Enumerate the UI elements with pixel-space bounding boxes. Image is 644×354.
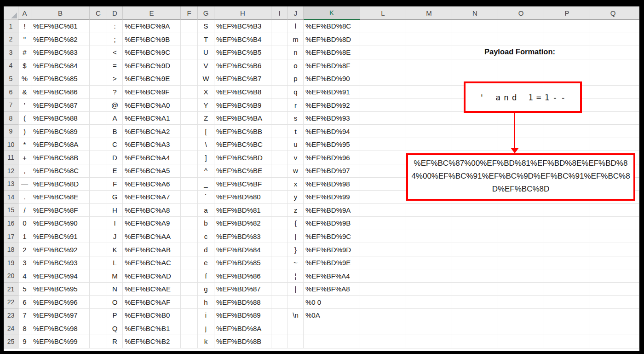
cell-K7[interactable]: %EF%BD%92 (304, 99, 360, 112)
cell-N10[interactable] (452, 138, 498, 151)
cell-I11[interactable] (271, 151, 288, 164)
cell-M24[interactable] (406, 322, 452, 336)
cell-C9[interactable] (90, 125, 107, 138)
cell-P18[interactable] (544, 243, 590, 256)
cell-D19[interactable]: L (107, 256, 123, 270)
column-header-F[interactable]: F (181, 6, 198, 20)
column-header-B[interactable]: B (31, 6, 90, 20)
cell-B16[interactable]: %EF%BC%90 (31, 217, 90, 230)
cell-M10[interactable] (406, 138, 452, 151)
row-header-17[interactable]: 17 (4, 230, 18, 244)
cell-D15[interactable]: H (107, 204, 123, 217)
cell-P9[interactable] (544, 125, 590, 138)
cell-Q6[interactable] (590, 86, 636, 99)
cell-B25[interactable]: %EF%BC%99 (31, 335, 90, 348)
cell-G19[interactable]: e (198, 256, 214, 270)
cell-N2[interactable] (452, 33, 498, 46)
cell-C2[interactable] (90, 33, 107, 46)
cell-A21[interactable]: 5 (18, 283, 31, 296)
column-header-H[interactable]: H (214, 6, 271, 20)
select-all-corner[interactable] (4, 6, 18, 20)
cell-I3[interactable] (271, 46, 288, 59)
cell-I15[interactable] (271, 204, 288, 217)
cell-C7[interactable] (90, 99, 107, 112)
cell-I2[interactable] (271, 33, 288, 46)
cell-L15[interactable] (360, 204, 406, 217)
row-header-21[interactable]: 21 (4, 283, 18, 296)
cell-K25[interactable] (304, 335, 360, 348)
cell-C20[interactable] (90, 269, 107, 283)
cell-H24[interactable]: %EF%BD%8A (214, 322, 271, 336)
cell-I18[interactable] (271, 243, 288, 256)
cell-I16[interactable] (271, 217, 288, 230)
cell-B19[interactable]: %EF%BC%93 (31, 256, 90, 270)
cell-A16[interactable]: 0 (18, 217, 31, 230)
cell-F17[interactable] (181, 230, 198, 244)
cell-O25[interactable] (498, 335, 544, 348)
cell-K23[interactable]: %0A (304, 309, 360, 322)
cell-K5[interactable]: %EF%BD%90 (304, 72, 360, 86)
cell-H21[interactable]: %EF%BD%87 (214, 283, 271, 296)
cell-L7[interactable] (360, 99, 406, 112)
cell-I8[interactable] (271, 112, 288, 125)
cell-K3[interactable]: %EF%BD%8E (304, 46, 360, 59)
cell-O21[interactable] (498, 283, 544, 296)
cell-K17[interactable]: %EF%BD%9C (304, 230, 360, 244)
cell-Q19[interactable] (590, 256, 636, 270)
row-header-2[interactable]: 2 (4, 33, 18, 46)
cell-G13[interactable]: _ (198, 178, 214, 191)
cell-D23[interactable]: P (107, 309, 123, 322)
cell-J17[interactable]: | (288, 230, 304, 244)
cell-K12[interactable]: %EF%BD%97 (304, 164, 360, 178)
cell-G3[interactable]: U (198, 46, 214, 59)
cell-E6[interactable]: %EF%BC%9F (123, 86, 181, 99)
row-header-18[interactable]: 18 (4, 243, 18, 256)
cell-E13[interactable]: %EF%BC%A6 (123, 178, 181, 191)
cell-G17[interactable]: c (198, 230, 214, 244)
cell-J21[interactable]: | (288, 283, 304, 296)
row-header-16[interactable]: 16 (4, 217, 18, 230)
cell-E1[interactable]: %EF%BC%9A (123, 20, 181, 33)
cell-C6[interactable] (90, 86, 107, 99)
cell-A7[interactable]: ' (18, 99, 31, 112)
cell-L11[interactable] (360, 151, 406, 164)
cell-I20[interactable] (271, 269, 288, 283)
cell-O19[interactable] (498, 256, 544, 270)
column-header-L[interactable]: L (360, 6, 406, 20)
cell-C10[interactable] (90, 138, 107, 151)
cell-L8[interactable] (360, 112, 406, 125)
cell-B5[interactable]: %EF%BC%85 (31, 72, 90, 86)
cell-G16[interactable]: b (198, 217, 214, 230)
cell-K16[interactable]: %EF%BD%9B (304, 217, 360, 230)
cell-J6[interactable]: q (288, 86, 304, 99)
cell-Q7[interactable] (590, 99, 636, 112)
cell-M20[interactable] (406, 269, 452, 283)
cell-Q25[interactable] (590, 335, 636, 348)
cell-O9[interactable] (498, 125, 544, 138)
cell-P23[interactable] (544, 309, 590, 322)
cell-E16[interactable]: %EF%BC%A9 (123, 217, 181, 230)
cell-J7[interactable]: r (288, 99, 304, 112)
cell-P16[interactable] (544, 217, 590, 230)
cell-O20[interactable] (498, 269, 544, 283)
row-header-12[interactable]: 12 (4, 164, 18, 178)
column-header-Q[interactable]: Q (590, 6, 636, 20)
cell-A2[interactable]: " (18, 33, 31, 46)
cell-Q5[interactable] (590, 72, 636, 86)
cell-O2[interactable] (498, 33, 544, 46)
cell-A25[interactable]: 9 (18, 335, 31, 348)
cell-E22[interactable]: %EF%BC%AF (123, 296, 181, 309)
cell-N9[interactable] (452, 125, 498, 138)
cell-J1[interactable]: l (288, 20, 304, 33)
row-header-22[interactable]: 22 (4, 296, 18, 309)
cell-J4[interactable]: o (288, 59, 304, 73)
cell-D8[interactable]: A (107, 112, 123, 125)
cell-D2[interactable]: ; (107, 33, 123, 46)
cell-C5[interactable] (90, 72, 107, 86)
column-header-D[interactable]: D (107, 6, 123, 20)
cell-D18[interactable]: K (107, 243, 123, 256)
cell-H3[interactable]: %EF%BC%B5 (214, 46, 271, 59)
cell-H8[interactable]: %EF%BC%BA (214, 112, 271, 125)
cell-J5[interactable]: p (288, 72, 304, 86)
cell-P22[interactable] (544, 296, 590, 309)
